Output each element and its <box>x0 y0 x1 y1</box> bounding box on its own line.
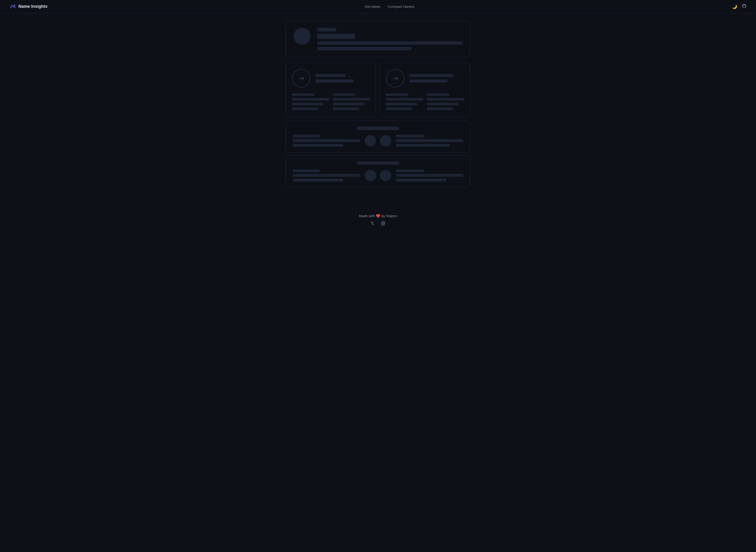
stat-line-2-1 <box>410 74 453 77</box>
stat-label-1b <box>333 93 355 96</box>
stat-circle-1: --% <box>292 69 311 88</box>
comparison-card-1 <box>286 121 470 153</box>
email-icon[interactable]: @ <box>381 221 386 226</box>
comp-right-line-2-2 <box>396 179 447 181</box>
svg-point-0 <box>14 4 15 6</box>
stat-line-1-2 <box>315 80 354 83</box>
stat-card-2: --% <box>380 63 470 117</box>
stat-line-2-2 <box>410 80 448 83</box>
comp-right-label-1 <box>396 135 424 137</box>
comp-right-label-2 <box>396 169 424 172</box>
stat-val-2b-1 <box>427 98 464 101</box>
stat-val-2b-2 <box>427 103 459 105</box>
stat-val-1a-2 <box>292 103 323 105</box>
nav-get-ideas[interactable]: Get Ideas <box>365 4 380 8</box>
stat-body-col-1a <box>292 93 329 110</box>
brand-title: Name Insights <box>18 4 47 9</box>
nav-compare-names[interactable]: Compare Names <box>388 4 414 8</box>
comp-title-skeleton-2 <box>357 161 399 165</box>
comp-left-label-1 <box>293 135 320 137</box>
skeleton-desc-1 <box>317 41 462 45</box>
stat-val-2b-3 <box>427 107 453 110</box>
skeleton-desc-2 <box>317 47 412 50</box>
stat-body-2 <box>386 93 464 110</box>
profile-card <box>286 21 470 57</box>
stat-label-2a <box>386 93 408 96</box>
comp-title-bar-2 <box>293 161 463 165</box>
nav-actions: 🌙 <box>732 4 747 9</box>
stat-body-col-2a <box>386 93 423 110</box>
comp-right-line-2-1 <box>396 174 463 177</box>
stat-val-1a-1 <box>292 98 329 101</box>
main-content: --% <box>281 13 475 204</box>
comp-avatar-2b <box>380 170 391 181</box>
stat-label-2b <box>427 93 449 96</box>
stat-val-2a-1 <box>386 98 423 101</box>
stat-header-1: --% <box>292 69 370 88</box>
github-button[interactable] <box>742 4 747 9</box>
comp-left-1 <box>293 135 360 147</box>
stat-body-col-2b <box>427 93 464 110</box>
stat-val-1b-2 <box>333 103 364 105</box>
skeleton-name-long <box>317 34 355 39</box>
comp-left-label-2 <box>293 169 320 172</box>
stat-lines-1 <box>315 74 370 83</box>
dark-mode-button[interactable]: 🌙 <box>732 4 737 9</box>
stat-val-1b-3 <box>333 107 359 110</box>
comp-left-bar-1-1 <box>293 139 360 142</box>
heart-icon: ❤️ <box>376 214 381 218</box>
comp-right-2 <box>396 169 463 181</box>
logo-icon <box>9 3 16 10</box>
footer-text: Made with ❤️ by Rajeev <box>5 214 751 218</box>
stat-header-2: --% <box>386 69 464 88</box>
twitter-icon[interactable]: 𝕏 <box>370 221 374 226</box>
comp-right-line-1-2 <box>396 144 450 147</box>
nav-links: Get Ideas Compare Names <box>365 4 414 8</box>
footer: Made with ❤️ by Rajeev 𝕏 @ <box>0 204 756 234</box>
stat-line-1-1 <box>315 74 346 77</box>
comp-left-2 <box>293 169 360 181</box>
comp-avatars-1 <box>360 135 396 146</box>
stat-val-2a-2 <box>386 103 418 105</box>
skeleton-name-short <box>317 28 336 31</box>
comp-left-bar-1-2 <box>293 144 343 147</box>
comp-avatar-1b <box>380 135 391 146</box>
stat-label-1a <box>292 93 314 96</box>
comp-right-1 <box>396 135 463 147</box>
comp-title-skeleton-1 <box>357 127 399 130</box>
comp-body-2 <box>293 169 463 181</box>
comp-left-bar-2-1 <box>293 174 360 177</box>
comparison-card-2 <box>286 155 470 187</box>
stat-lines-2 <box>410 74 464 83</box>
comp-title-bar-1 <box>293 127 463 130</box>
comp-avatar-2a <box>365 170 376 181</box>
comp-left-bar-2-2 <box>293 179 343 181</box>
stat-val-1b-1 <box>333 98 370 101</box>
profile-info-skeleton <box>317 28 462 50</box>
stat-val-2a-3 <box>386 107 412 110</box>
stat-body-col-1b <box>333 93 370 110</box>
stat-body-1 <box>292 93 370 110</box>
stats-grid: --% <box>286 63 470 117</box>
brand[interactable]: Name Insights <box>9 3 47 10</box>
stat-card-1: --% <box>286 63 376 117</box>
github-icon <box>742 4 747 8</box>
comp-right-line-1-1 <box>396 139 463 142</box>
profile-avatar-skeleton <box>294 28 311 45</box>
navbar: Name Insights Get Ideas Compare Names 🌙 <box>0 0 756 13</box>
comp-avatar-1a <box>365 135 376 146</box>
comp-body-1 <box>293 135 463 147</box>
stat-val-1a-3 <box>292 107 318 110</box>
footer-social: 𝕏 @ <box>5 221 751 226</box>
comp-avatars-2 <box>360 170 396 181</box>
stat-circle-2: --% <box>386 69 405 88</box>
